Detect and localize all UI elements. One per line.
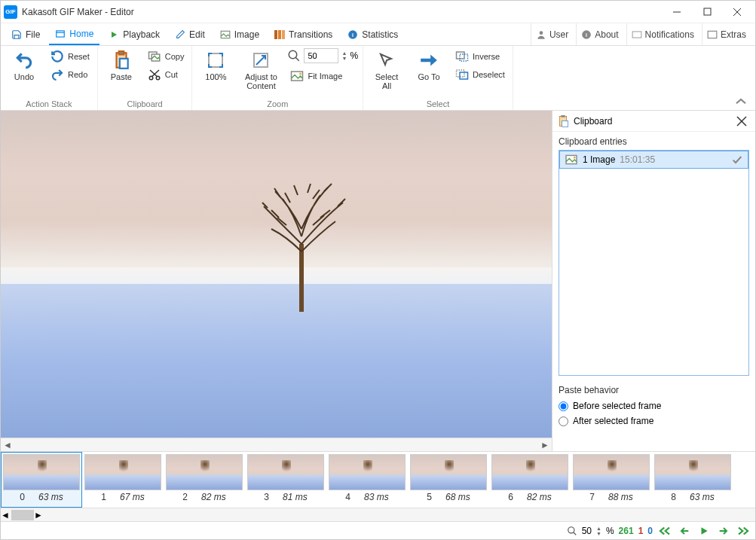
ribbon-group-clipboard: Paste Copy Cut Clipboard [98,46,193,110]
clipboard-entries-list[interactable]: 1 Image 15:01:35 [559,150,749,376]
frame-thumbnail[interactable]: 6 82 ms [489,452,571,508]
frame-thumbnail[interactable]: 7 88 ms [571,452,652,508]
frame-thumbnail[interactable]: 5 68 ms [408,452,489,508]
filmstrip-scroll-right[interactable]: ► [34,510,43,520]
frame-thumb-image [84,454,161,490]
frame-duration: 82 ms [201,492,226,502]
copy-button[interactable]: Copy [145,48,188,65]
minimize-button[interactable] [662,2,692,23]
select-all-button[interactable]: Select All [368,48,406,92]
svg-rect-17 [708,31,717,38]
frame-thumbnail[interactable]: 4 83 ms [326,452,408,508]
radio-after-label: After selected frame [573,416,653,426]
ribbon-group-action-stack: Undo Reset Redo Action Stack [1,46,98,110]
frame-duration: 81 ms [283,492,308,502]
scroll-right-icon[interactable]: ► [538,438,552,452]
tab-image[interactable]: Image [214,23,265,45]
copy-label: Copy [165,52,185,61]
nav-next-button[interactable] [716,523,731,538]
tab-notifications[interactable]: Notifications [626,23,699,45]
zoom-input[interactable] [304,48,338,63]
reset-icon [51,50,64,63]
zoom-100-button[interactable]: 100% [197,48,234,83]
ribbon-collapse-button[interactable] [734,96,748,107]
play-icon [109,29,119,40]
canvas-hscroll[interactable]: ◄ ► [1,438,552,451]
clipboard-entry[interactable]: 1 Image 15:01:35 [559,151,748,169]
redo-icon [51,68,64,81]
frame-thumbnail[interactable]: 2 82 ms [164,452,245,508]
tab-file[interactable]: File [5,23,46,45]
adjust-to-content-button[interactable]: Adjust to Content [239,48,283,92]
paste-button[interactable]: Paste [103,48,140,83]
tab-statistics[interactable]: iStatistics [341,23,404,45]
image-preview [1,111,552,438]
radio-after-selected[interactable]: After selected frame [559,413,749,429]
zoom-group-label: Zoom [197,99,358,108]
svg-rect-40 [561,115,565,117]
close-button[interactable] [722,2,752,23]
tab-playback[interactable]: Playback [103,23,166,45]
status-zoom-percent: % [606,526,614,536]
radio-before-input[interactable] [559,401,568,411]
nav-play-button[interactable] [696,523,712,538]
tab-edit[interactable]: Edit [169,23,211,45]
frame-thumbnail[interactable]: 8 63 ms [652,452,733,508]
inverse-button[interactable]: Inverse [452,48,508,65]
svg-text:i: i [586,32,587,37]
status-other-count: 0 [647,526,653,536]
nav-first-button[interactable] [657,523,672,538]
filmstrip-hscroll[interactable]: ◄ ► [1,508,755,521]
undo-button[interactable]: Undo [5,48,43,83]
filmstrip-scroll-left[interactable]: ◄ [1,510,10,520]
about-icon: i [581,29,592,40]
maximize-button[interactable] [692,2,722,23]
frame-thumbnail[interactable]: 0 63 ms [1,452,82,508]
deselect-button[interactable]: Deselect [452,66,508,83]
panel-close-button[interactable] [733,112,751,130]
home-icon [55,29,66,39]
radio-after-input[interactable] [559,416,568,426]
frame-duration: 63 ms [690,492,715,502]
frame-index: 4 [345,492,350,502]
frame-thumbnail[interactable]: 3 81 ms [245,452,326,508]
entry-text: 1 Image [583,154,615,165]
cut-button[interactable]: Cut [145,66,188,83]
reset-button[interactable]: Reset [47,48,93,65]
scroll-left-icon[interactable]: ◄ [1,438,14,452]
frame-thumbnail[interactable]: 1 67 ms [82,452,164,508]
status-zoom-spinner[interactable]: ▲▼ [596,526,601,536]
tab-about[interactable]: iAbout [576,23,623,45]
ribbon-group-select: Select All Go To Inverse Deselect Select [363,46,513,110]
canvas[interactable] [1,111,552,438]
tab-transitions[interactable]: Transitions [268,23,338,45]
deselect-label: Deselect [473,70,505,79]
status-zoom-value: 50 [582,526,592,536]
filmstrip[interactable]: 0 63 ms 1 67 ms 2 82 ms 3 81 ms 4 83 ms … [1,451,755,508]
tab-home[interactable]: Home [49,23,99,45]
tab-extras[interactable]: Extras [702,23,751,45]
radio-before-label: Before selected frame [573,401,661,411]
fit-image-button[interactable]: Fit Image [287,68,358,84]
zoom-spinner[interactable]: ▲▼ [341,50,347,61]
svg-rect-10 [282,30,285,39]
frame-index: 6 [508,492,513,502]
goto-label: Go To [418,72,439,81]
adjust-label: Adjust to Content [242,72,280,90]
nav-last-button[interactable] [736,523,751,538]
filmstrip-scroll-thumb[interactable] [11,510,34,520]
arrow-right-icon [418,50,439,71]
goto-button[interactable]: Go To [410,48,448,83]
radio-before-selected[interactable]: Before selected frame [559,398,749,413]
tab-user[interactable]: User [531,23,573,45]
svg-point-30 [289,50,298,59]
window-title: Kakasoft GIF Maker - Editor [22,7,662,17]
redo-button[interactable]: Redo [47,66,93,83]
nav-prev-button[interactable] [677,523,692,538]
svg-rect-20 [120,59,128,69]
tab-transitions-label: Transitions [289,29,332,40]
save-icon [11,29,22,40]
svg-text:i: i [352,32,354,37]
frame-thumb-image [166,454,243,490]
tab-playback-label: Playback [123,29,160,40]
